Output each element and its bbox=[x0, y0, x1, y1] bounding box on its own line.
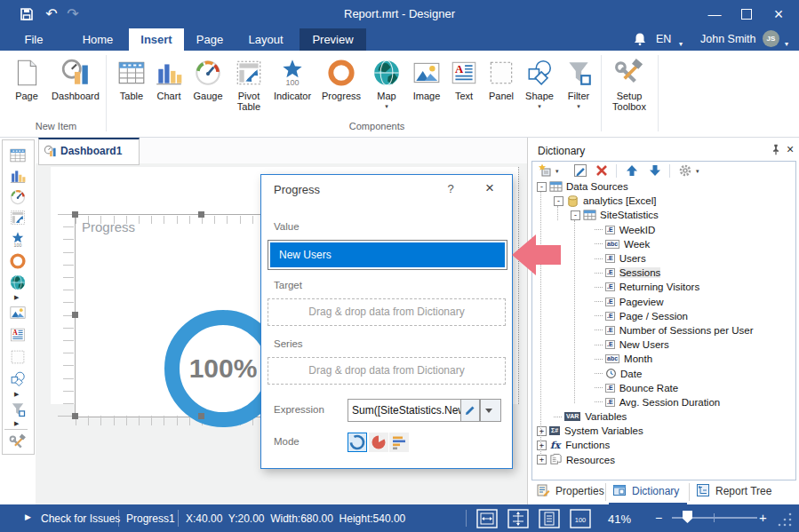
move-up-icon[interactable] bbox=[625, 163, 639, 178]
gauge-icon[interactable] bbox=[9, 188, 27, 206]
shape-icon[interactable] bbox=[9, 370, 27, 388]
panel-close-icon[interactable]: × bbox=[787, 142, 794, 156]
mode-circle-button[interactable] bbox=[348, 433, 367, 452]
zoom-slider-thumb[interactable] bbox=[683, 511, 692, 523]
tab-file[interactable]: File bbox=[12, 28, 55, 51]
collapse-icon[interactable]: - bbox=[554, 196, 563, 206]
tree-item-system-variables[interactable]: + Σ# System Variables bbox=[532, 424, 795, 438]
move-down-icon[interactable] bbox=[648, 163, 662, 178]
check-for-issues-button[interactable]: Check for Issues bbox=[41, 512, 120, 525]
indicator-icon[interactable] bbox=[9, 231, 27, 249]
tree-item-page-session[interactable]: .E Page / Session bbox=[532, 309, 795, 323]
tab-report-tree[interactable]: Report Tree bbox=[692, 480, 778, 503]
collapse-icon[interactable]: - bbox=[537, 182, 547, 192]
user-name[interactable]: John Smith bbox=[700, 31, 756, 48]
resize-grip[interactable] bbox=[777, 512, 793, 528]
shape-flyout-caret-icon[interactable]: ▶ bbox=[14, 391, 19, 398]
series-dropzone[interactable]: Drag & drop data from Dictionary bbox=[268, 357, 506, 385]
tab-layout[interactable]: Layout bbox=[238, 28, 293, 51]
maximize-button[interactable] bbox=[734, 5, 759, 23]
resize-handle-middle-left[interactable] bbox=[72, 312, 78, 318]
expression-edit-button[interactable] bbox=[460, 399, 480, 422]
close-button[interactable]: × bbox=[766, 5, 791, 23]
fit-page-height-icon[interactable] bbox=[507, 509, 529, 528]
expand-icon[interactable]: + bbox=[537, 426, 547, 436]
map-flyout-caret-icon[interactable]: ▶ bbox=[14, 294, 19, 301]
minimize-button[interactable]: — bbox=[702, 5, 727, 23]
target-label: Target bbox=[274, 280, 302, 290]
tree-item-date[interactable]: Date bbox=[532, 366, 795, 380]
expression-input[interactable]: Sum([SiteStatistics.New U bbox=[348, 399, 465, 422]
expression-dropdown-button[interactable] bbox=[480, 399, 501, 422]
progress-icon[interactable] bbox=[9, 252, 27, 270]
settings-gear-icon[interactable] bbox=[678, 163, 692, 178]
tree-item-bounce-rate[interactable]: .E Bounce Rate bbox=[532, 381, 795, 395]
filter-icon[interactable] bbox=[9, 401, 27, 418]
tab-page[interactable]: Page bbox=[188, 28, 231, 51]
chart-icon[interactable] bbox=[9, 167, 27, 185]
tree-item-week[interactable]: abc Week bbox=[532, 237, 795, 251]
tree-item-weekid[interactable]: .E WeekID bbox=[532, 223, 795, 237]
tree-item-analytics[interactable]: - analytics [Excel] bbox=[532, 194, 795, 208]
tree-item-sitestatistics[interactable]: - SiteStatistics bbox=[532, 208, 795, 222]
tab-dashboard1[interactable]: Dashboard1 bbox=[38, 138, 140, 165]
tree-item-resources[interactable]: + Resources bbox=[532, 453, 795, 467]
one-page-icon[interactable] bbox=[539, 509, 560, 528]
tree-item-month[interactable]: abc Month bbox=[532, 352, 795, 366]
tree-item-avg-session-duration[interactable]: .E Avg. Session Duration bbox=[532, 395, 795, 409]
zoom-percent: 41% bbox=[608, 512, 631, 526]
dialog-help-button[interactable]: ? bbox=[443, 182, 458, 195]
resize-handle-bottom-middle[interactable] bbox=[198, 413, 204, 419]
filter-flyout-caret-icon[interactable]: ▶ bbox=[14, 420, 19, 427]
tree-item-pageview[interactable]: .E Pageview bbox=[532, 295, 795, 309]
group-label-components: Components bbox=[107, 121, 647, 131]
tab-dictionary[interactable]: Dictionary bbox=[609, 480, 687, 504]
setup-toolbox-icon[interactable] bbox=[9, 433, 27, 451]
target-dropzone[interactable]: Drag & drop data from Dictionary bbox=[268, 298, 506, 326]
tree-item-sessions-per-user[interactable]: .E Number of Sessions per User bbox=[532, 323, 795, 337]
new-item-caret-icon[interactable]: ▾ bbox=[555, 168, 559, 175]
tab-preview[interactable]: Preview bbox=[300, 28, 366, 51]
notifications-bell[interactable] bbox=[633, 32, 647, 46]
tree-item-returning-visitors[interactable]: .E Returning Visitors bbox=[532, 280, 795, 294]
fit-page-width-icon[interactable] bbox=[476, 509, 498, 528]
mode-label: Mode bbox=[274, 436, 300, 447]
user-avatar[interactable]: JS bbox=[763, 30, 779, 47]
language-selector[interactable]: EN bbox=[656, 31, 671, 48]
tab-home[interactable]: Home bbox=[76, 28, 119, 51]
collapse-icon[interactable]: - bbox=[571, 210, 580, 220]
edit-icon[interactable] bbox=[573, 163, 587, 178]
pin-icon[interactable] bbox=[770, 143, 782, 155]
resize-handle-top-middle[interactable] bbox=[198, 211, 204, 218]
mode-bars-button[interactable] bbox=[389, 433, 409, 452]
image-icon[interactable] bbox=[9, 304, 27, 322]
delete-icon[interactable] bbox=[595, 163, 609, 178]
tree-item-sessions[interactable]: .E Sessions bbox=[532, 266, 795, 280]
tree-item-users[interactable]: .E Users bbox=[532, 251, 795, 266]
map-icon[interactable] bbox=[9, 274, 27, 291]
tree-item-data-sources[interactable]: - Data Sources bbox=[532, 179, 795, 194]
zoom-100-icon[interactable] bbox=[570, 509, 591, 528]
text-icon[interactable] bbox=[9, 326, 27, 344]
zoom-out-button[interactable]: − bbox=[655, 511, 662, 525]
table-icon[interactable] bbox=[9, 147, 27, 164]
expand-icon[interactable]: + bbox=[537, 455, 547, 465]
table-icon bbox=[549, 180, 563, 194]
pivot-table-icon[interactable] bbox=[9, 209, 27, 226]
tree-guide bbox=[540, 192, 541, 456]
resize-handle-top-left[interactable] bbox=[72, 211, 78, 218]
resize-handle-bottom-left[interactable] bbox=[72, 413, 78, 419]
tab-properties[interactable]: Properties bbox=[532, 480, 603, 503]
new-item-icon[interactable] bbox=[538, 163, 552, 178]
dialog-close-button[interactable]: × bbox=[482, 179, 498, 197]
settings-caret-icon[interactable]: ▾ bbox=[696, 168, 699, 175]
value-field[interactable]: New Users bbox=[268, 240, 507, 270]
tree-item-variables[interactable]: VAR Variables bbox=[532, 409, 795, 424]
tree-item-functions[interactable]: + fx Functions bbox=[532, 438, 795, 452]
panel-icon[interactable] bbox=[9, 348, 27, 366]
mode-pie-button[interactable] bbox=[369, 433, 388, 452]
tab-insert[interactable]: Insert bbox=[129, 28, 184, 51]
expand-icon[interactable]: + bbox=[537, 441, 547, 450]
tree-item-new-users[interactable]: .E New Users bbox=[532, 337, 795, 352]
zoom-in-button[interactable]: + bbox=[759, 510, 767, 525]
